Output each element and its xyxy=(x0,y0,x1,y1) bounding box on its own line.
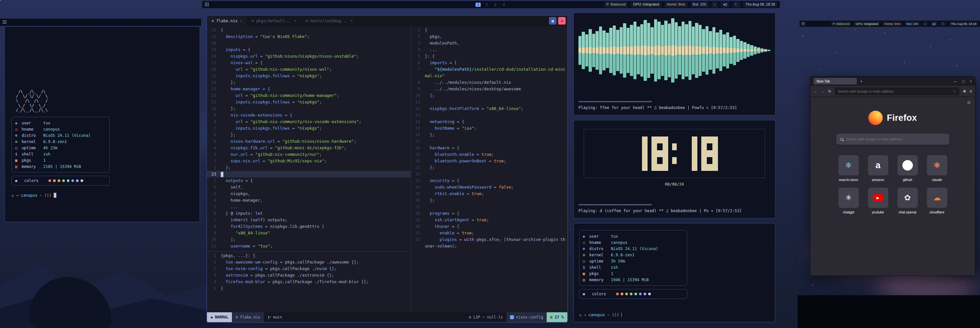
editor-line[interactable]: 27 xyxy=(411,204,567,210)
power-profile-module[interactable]: P: Balanced xyxy=(831,22,851,26)
search-bar[interactable] xyxy=(836,133,949,145)
terminal-window-clock[interactable]: 08/08/24 ==============================>… xyxy=(573,120,776,219)
tag-4[interactable]: 4 xyxy=(501,3,506,7)
editor-line[interactable]: 20 xyxy=(207,40,411,46)
git-branch[interactable]: main xyxy=(264,312,286,322)
editor-line[interactable]: 7 inputs.nixpkgs.follows = "nixpkgs"; xyxy=(207,125,411,132)
tab-close-icon[interactable]: × xyxy=(294,19,296,23)
editor-line[interactable]: 18 hardware = { xyxy=(411,145,567,151)
browser-tab[interactable]: New Tab xyxy=(814,78,857,84)
editor-pane-bottom[interactable]: 1 {pkgs, ...}: { 1 tux-awesome-wm-config… xyxy=(207,252,411,292)
editor-line[interactable]: 4 firefox-mod-blur = pkgs.callPackage ./… xyxy=(207,279,411,285)
url-bar[interactable]: ☆ xyxy=(835,87,959,95)
personalize-gear-icon[interactable]: ⚙ xyxy=(967,100,971,105)
editor-line[interactable]: 3 nur.url = "github:nix-community/nur"; xyxy=(207,151,411,158)
editor-line[interactable]: 26 }; xyxy=(411,197,567,204)
editor-pane-right[interactable]: 1 { 2 pkgs, 3 modulesPath, 4 ... 5 }: { … xyxy=(411,27,567,249)
editor-line[interactable]: 11 username = "tux"; xyxy=(207,243,411,249)
editor-line[interactable]: 4 nixpkgs-f2k.url = "github:moni-dz/nixp… xyxy=(207,145,411,151)
launcher-icon[interactable] xyxy=(205,2,209,7)
editor-line[interactable]: 29 ssh.startAgent = true; xyxy=(411,217,567,223)
minimize-button[interactable]: — xyxy=(954,79,957,83)
tab-close-icon[interactable]: × xyxy=(240,19,242,23)
editor-line[interactable]: 32 plugins = with pkgs.xfce; [thunar-arc… xyxy=(411,236,567,249)
editor-line[interactable]: 5 } xyxy=(207,285,411,292)
new-tab-button[interactable]: + xyxy=(860,79,863,84)
bookmark-star-icon[interactable]: ☆ xyxy=(953,89,956,93)
editor-line[interactable]: 17 xyxy=(411,138,567,145)
editor-line[interactable]: 9 "x86_64-linux" xyxy=(207,230,411,236)
editor-line[interactable]: 22 xyxy=(411,171,567,177)
editor-line[interactable]: 6 }; xyxy=(207,132,411,138)
neovim-window[interactable]: ❄ flake.nix × ❄ pkgs/default... × ❄ host… xyxy=(206,15,568,323)
editor-line[interactable]: 8 forAllSystems = nixpkgs.lib.genAttrs [ xyxy=(207,223,411,230)
editor-line[interactable]: 13 home-manager = { xyxy=(207,86,411,92)
editor-tab-0[interactable]: ❄ flake.nix × xyxy=(207,16,247,26)
editor-line[interactable]: 20 bluetooth.powerOnBoot = true; xyxy=(411,158,567,164)
shortcut-cloudflare[interactable]: ☁ cloudflare xyxy=(927,188,948,214)
editor-line[interactable]: 22 { xyxy=(207,27,411,33)
shortcut-github[interactable]: github xyxy=(897,155,918,182)
editor-line[interactable]: 18 nixpkgs.url = "github:nixos/nixpkgs/n… xyxy=(207,53,411,60)
refresh-icon[interactable]: ↻ xyxy=(828,89,831,93)
editor-line[interactable]: 10 ]; xyxy=(207,236,411,243)
shortcut-search.nixos[interactable]: ❄ search.nixos xyxy=(838,155,859,182)
editor-tab-2[interactable]: ❄ hosts/isoImag... × xyxy=(301,16,357,26)
editor-line[interactable]: 8 ../../modules/nixos/default.nix xyxy=(411,79,567,86)
forward-icon[interactable]: → xyxy=(821,89,825,93)
shortcut-chatgpt[interactable]: ✳ chatgpt xyxy=(838,188,859,214)
menu-icon[interactable]: ≡ xyxy=(969,89,972,93)
tag-3[interactable]: 3 xyxy=(493,3,498,7)
editor-line[interactable]: 1 tux-awesome-wm-config = pkgs.callPacka… xyxy=(207,259,411,265)
ping-module[interactable]: Home: 8ms xyxy=(665,2,687,7)
editor-line[interactable]: 1 }; xyxy=(207,164,411,171)
shell-prompt[interactable]: ⌂→canopus~))) xyxy=(11,193,193,198)
editor-line[interactable]: 4 home-manager, xyxy=(207,197,411,204)
editor-line[interactable]: 5 nixos-hardware.url = "github:nixos/nix… xyxy=(207,138,411,145)
terminal-window-left[interactable]: /\ _/\_ /\ / \/ \/ \/ \ \ /\ /\ / \_/ \/… xyxy=(4,26,200,222)
power-profile-module[interactable]: P: Balanced xyxy=(604,2,628,7)
gpu-module[interactable]: GPU: Integrated xyxy=(854,22,880,26)
editor-line[interactable]: 25 rtkit.enable = true; xyxy=(411,190,567,197)
launcher-icon[interactable] xyxy=(3,19,6,25)
search-input[interactable] xyxy=(846,137,945,141)
editor-line[interactable]: 4 ... xyxy=(411,46,567,53)
shortcut-youtube[interactable]: ▶ youtube xyxy=(868,188,889,214)
volume-icon[interactable]: ◂)) xyxy=(931,22,937,26)
editor-pane-left[interactable]: 22 { 21 description = "tux's NixOS Flake… xyxy=(207,26,411,251)
editor-line[interactable]: 10 ]; xyxy=(411,92,567,99)
maximize-button[interactable]: ▢ xyxy=(962,79,965,83)
night-light-icon[interactable]: ☾ xyxy=(940,22,947,26)
editor-line[interactable]: 2 tux-nvim-config = pkgs.callPackage ./n… xyxy=(207,265,411,272)
editor-line[interactable]: 21 }; xyxy=(411,164,567,171)
editor-line[interactable]: 1 {pkgs, ...}: { xyxy=(207,252,411,259)
ping-module[interactable]: Home: 6ms xyxy=(883,22,902,26)
editor-line[interactable]: 12 url = "github:nix-community/home-mana… xyxy=(207,92,411,99)
editor-line[interactable]: 19 inputs = { xyxy=(207,46,411,53)
editor-line[interactable]: 7 "${modulesPath}/installer/cd-dvd/insta… xyxy=(411,66,567,79)
editor-line[interactable]: 15 hostName = "iso"; xyxy=(411,125,567,132)
battery-module[interactable]: Bat: 100 xyxy=(690,2,708,7)
editor-line[interactable]: 16 }; xyxy=(411,132,567,138)
editor-line[interactable]: 17 nixos-wsl = { xyxy=(207,60,411,66)
shortcut-claude[interactable]: ✱ claude xyxy=(927,155,948,182)
editor-line[interactable]: 3 nixpkgs, xyxy=(207,190,411,197)
editor-line[interactable]: 10 }; xyxy=(207,105,411,112)
editor-line[interactable]: 5 }: { xyxy=(411,53,567,60)
editor-line[interactable]: 9 ../../modules/nixos/desktop/awesome xyxy=(411,86,567,92)
editor-line[interactable]: 3 modulesPath, xyxy=(411,40,567,46)
editor-line[interactable]: 6 imports = [ xyxy=(411,60,567,66)
tag-1[interactable]: 1 xyxy=(476,3,481,7)
close-button[interactable]: × xyxy=(970,79,972,83)
editor-line[interactable]: 7 inherit (self) outputs; xyxy=(207,217,411,223)
battery-module[interactable]: Bat: 100 xyxy=(905,22,920,26)
launcher-icon[interactable] xyxy=(802,22,805,26)
editor-line[interactable]: 2 sops-nix.url = "github:Mic92/sops-nix"… xyxy=(207,158,411,164)
editor-line[interactable]: 31 enable = true; xyxy=(411,230,567,236)
editor-line[interactable]: 2 pkgs, xyxy=(411,33,567,40)
editor-line[interactable]: 8 url = "github:nix-community/nix-vscode… xyxy=(207,119,411,125)
terminal-window-fetch[interactable]: ◆ user tux ⌂ hname canopus ❄ distro NixO… xyxy=(573,223,776,322)
editor-line[interactable]: 16 url = "github:nix-community/nixos-wsl… xyxy=(207,66,411,73)
tag-2[interactable]: 2 xyxy=(484,3,489,7)
music-icon[interactable]: ♪ xyxy=(923,22,928,26)
